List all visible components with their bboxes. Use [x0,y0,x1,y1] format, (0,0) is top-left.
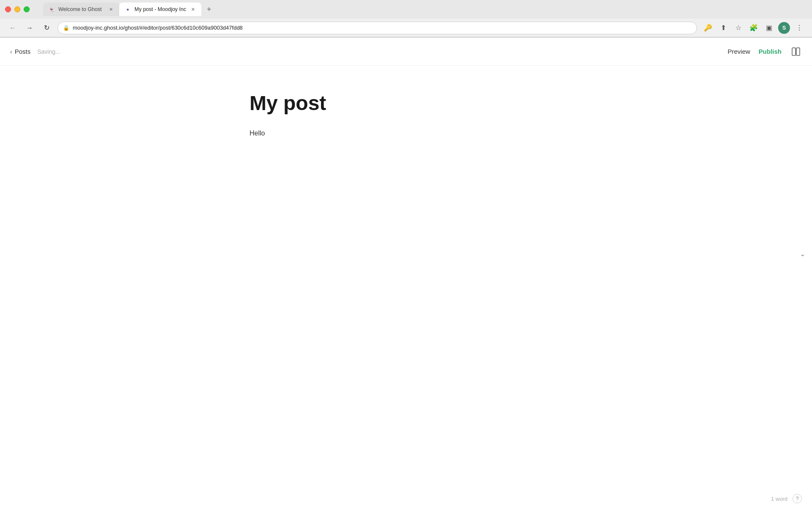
more-options-icon[interactable]: ⋮ [793,22,805,34]
settings-panel-toggle[interactable] [790,46,802,58]
traffic-lights [5,6,30,12]
tab-title-2: My post - Moodjoy Inc [134,6,186,12]
publish-button[interactable]: Publish [759,48,782,55]
app-content: ‹ Posts Saving... Preview Publish My pos… [0,38,812,493]
editor-container: My post Hello [250,91,562,181]
minimize-button[interactable] [14,6,20,12]
header-left: ‹ Posts Saving... [10,48,60,55]
refresh-button[interactable]: ↻ [41,22,52,34]
post-content[interactable]: Hello [250,127,562,139]
editor-header: ‹ Posts Saving... Preview Publish [0,38,812,66]
share-icon[interactable]: ⬆ [717,22,729,34]
tab-close-1[interactable]: ✕ [107,6,114,13]
address-bar[interactable]: 🔒 moodjoy-inc.ghost.io/ghost/#/editor/po… [58,22,697,34]
saving-status: Saving... [37,48,60,55]
preview-button[interactable]: Preview [727,48,750,55]
header-right: Preview Publish [727,46,802,58]
help-button[interactable]: ? [793,494,802,503]
tab-favicon-1: 👻 [48,6,55,13]
profile-button[interactable]: S [778,22,790,34]
svg-rect-0 [792,48,796,55]
back-nav-icon: ← [9,24,16,32]
back-nav-button[interactable]: ← [7,22,19,34]
address-bar-row: ← → ↻ 🔒 moodjoy-inc.ghost.io/ghost/#/edi… [0,19,812,37]
lock-icon: 🔒 [63,25,69,31]
editor-area[interactable]: My post Hello [0,66,812,493]
close-button[interactable] [5,6,11,12]
back-to-posts-link[interactable]: ‹ Posts [10,48,30,55]
svg-rect-1 [796,48,800,55]
browser-actions: 🔑 ⬆ ☆ 🧩 ▣ S ⋮ [702,22,805,34]
back-to-posts-label: Posts [15,48,31,55]
title-bar: 👻 Welcome to Ghost ✕ ● My post - Moodjoy… [0,0,812,19]
refresh-icon: ↻ [44,24,49,32]
extensions-icon[interactable]: 🧩 [748,22,760,34]
tab-my-post[interactable]: ● My post - Moodjoy Inc ✕ [119,3,201,16]
address-text: moodjoy-inc.ghost.io/ghost/#/editor/post… [73,25,691,31]
browser-chrome: 👻 Welcome to Ghost ✕ ● My post - Moodjoy… [0,0,812,38]
editor-footer: 1 word ? [0,489,812,508]
post-title[interactable]: My post [250,91,562,116]
sidebar-icon[interactable]: ▣ [763,22,775,34]
bookmark-icon[interactable]: ☆ [732,22,744,34]
new-tab-button[interactable]: + [203,3,215,15]
key-icon[interactable]: 🔑 [702,22,714,34]
tab-title-1: Welcome to Ghost [58,6,104,12]
maximize-button[interactable] [24,6,30,12]
tab-favicon-2: ● [124,6,131,13]
tab-close-2[interactable]: ✕ [189,6,196,13]
forward-nav-icon: → [26,24,33,32]
word-count: 1 word [771,496,787,502]
tab-welcome-to-ghost[interactable]: 👻 Welcome to Ghost ✕ [43,3,119,16]
forward-nav-button[interactable]: → [24,22,36,34]
back-arrow-icon: ‹ [10,48,12,55]
